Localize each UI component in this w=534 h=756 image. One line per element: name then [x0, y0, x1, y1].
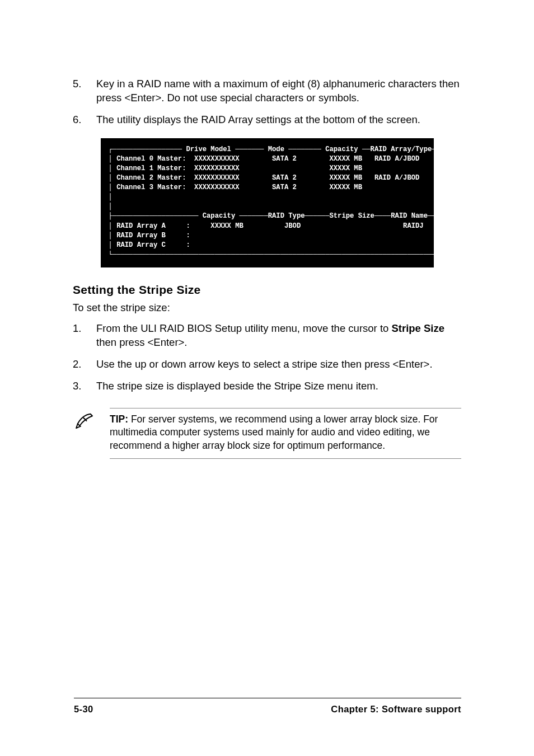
- stripe-intro-text: To set the stripe size:: [73, 301, 461, 315]
- list-item: 5.Key in a RAID name with a maximum of e…: [73, 77, 461, 105]
- list-item: 1.From the ULI RAID BIOS Setup utility m…: [73, 322, 461, 350]
- page-number: 5-30: [74, 704, 93, 715]
- chapter-label: Chapter 5: Software support: [331, 704, 461, 715]
- step-number: 1.: [73, 322, 96, 350]
- step-number: 3.: [73, 379, 96, 393]
- list-item: 3.The stripe size is displayed beside th…: [73, 379, 461, 393]
- tip-block: TIP: For server systems, we recommend us…: [73, 408, 461, 459]
- upper-steps: 5.Key in a RAID name with a maximum of e…: [73, 77, 461, 127]
- step-text: The stripe size is displayed beside the …: [96, 379, 461, 393]
- step-number: 6.: [73, 113, 96, 127]
- tip-body: TIP: For server systems, we recommend us…: [110, 408, 461, 459]
- pencil-note-icon: [73, 408, 96, 435]
- terminal-output: ┌───────────────── Drive Model ─────── M…: [101, 138, 434, 267]
- step-number: 2.: [73, 358, 96, 372]
- step-text: The utility displays the RAID Array sett…: [96, 113, 461, 127]
- lower-steps: 1.From the ULI RAID BIOS Setup utility m…: [73, 322, 461, 393]
- list-item: 6.The utility displays the RAID Array se…: [73, 113, 461, 127]
- stripe-size-strong: Stripe Size: [391, 322, 444, 334]
- tip-label: TIP:: [110, 414, 128, 425]
- step-text: From the ULI RAID BIOS Setup utility men…: [96, 322, 461, 350]
- step-text: Key in a RAID name with a maximum of eig…: [96, 77, 461, 105]
- step-text: Use the up or down arrow keys to select …: [96, 358, 461, 372]
- page-footer: 5-30 Chapter 5: Software support: [74, 698, 461, 715]
- step-number: 5.: [73, 77, 96, 105]
- tip-text: For server systems, we recommend using a…: [110, 414, 438, 451]
- list-item: 2.Use the up or down arrow keys to selec…: [73, 358, 461, 372]
- section-heading-stripe-size: Setting the Stripe Size: [73, 283, 461, 297]
